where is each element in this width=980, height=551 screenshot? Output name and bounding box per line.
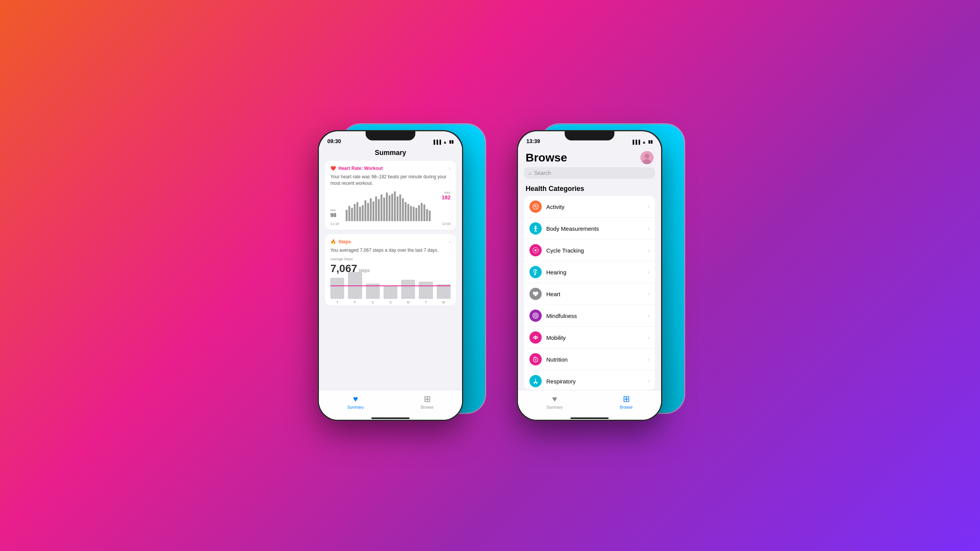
search-bar[interactable]: ⌕ Search	[524, 167, 655, 179]
hearing-icon-svg	[532, 269, 539, 276]
summary-scroll[interactable]: ❤️ Heart Rate: Workout › Your heart rate…	[319, 161, 462, 390]
svg-point-15	[535, 359, 537, 361]
right-browse-tab-label: Browse	[620, 405, 632, 409]
user-avatar[interactable]	[640, 151, 653, 164]
mindfulness-icon-svg	[532, 312, 539, 319]
summary-screen: Summary ❤️ Heart Rate: Workout ›	[319, 146, 462, 420]
body-chevron: ›	[648, 225, 650, 231]
right-signal-icon: ▐▐▐	[631, 140, 640, 144]
category-item-cycle-tracking[interactable]: Cycle Tracking ›	[524, 240, 655, 261]
respiratory-chevron: ›	[648, 378, 650, 384]
heart-icon: ❤️	[330, 166, 336, 171]
right-home-bar	[570, 417, 609, 419]
respiratory-icon-svg	[532, 378, 539, 385]
tab-summary[interactable]: ♥ Summary	[347, 394, 364, 409]
category-item-heart[interactable]: Heart ›	[524, 283, 655, 305]
right-phone-wrapper: 13:39 ▐▐▐ ▲ ▮▮ Browse	[517, 130, 662, 421]
mindfulness-icon	[529, 310, 542, 322]
heart-rate-title: ❤️ Heart Rate: Workout	[330, 166, 383, 171]
respiratory-icon	[529, 375, 542, 387]
hr-bar	[370, 198, 372, 221]
nutrition-chevron: ›	[648, 356, 650, 362]
right-phone-shell: 13:39 ▐▐▐ ▲ ▮▮ Browse	[517, 130, 662, 421]
category-item-mindfulness[interactable]: Mindfulness ›	[524, 305, 655, 327]
phones-container: 09:30 ▐▐▐ ▲ ▮▮ Summary	[318, 130, 662, 421]
activity-icon-svg	[532, 203, 539, 210]
hr-bar	[386, 192, 388, 221]
heart-rate-card[interactable]: ❤️ Heart Rate: Workout › Your heart rate…	[325, 161, 456, 230]
search-placeholder: Search	[534, 170, 551, 176]
hr-bar	[372, 201, 374, 221]
category-item-nutrition[interactable]: Nutrition ›	[524, 349, 655, 370]
steps-avg-label: Average Steps	[330, 257, 451, 261]
hr-bar	[421, 203, 423, 221]
mobility-label: Mobility	[546, 334, 643, 341]
step-bar	[401, 280, 415, 299]
hr-bar	[415, 208, 417, 221]
search-icon: ⌕	[529, 170, 532, 176]
hr-bar	[359, 207, 361, 221]
step-bar	[419, 282, 433, 299]
left-home-indicator	[319, 417, 462, 420]
heart-rate-time-labels: 11:18 12:03	[330, 222, 451, 226]
right-phone-inner: 13:39 ▐▐▐ ▲ ▮▮ Browse	[518, 131, 661, 420]
tab-browse[interactable]: ⊞ Browse	[421, 394, 433, 409]
step-bar	[384, 285, 397, 299]
heart-rate-card-header: ❤️ Heart Rate: Workout ›	[330, 165, 451, 171]
left-signal-icon: ▐▐▐	[432, 140, 441, 144]
browse-header: Browse	[518, 146, 661, 167]
body-measurements-icon	[529, 222, 542, 235]
day-label-T: T	[330, 300, 344, 304]
hr-bar	[399, 194, 401, 221]
hr-bar	[381, 194, 382, 221]
hr-bar	[348, 206, 350, 221]
steps-chevron: ›	[449, 239, 451, 245]
right-home-indicator	[518, 417, 661, 420]
heart-chevron: ›	[648, 291, 650, 297]
nutrition-icon-svg	[532, 356, 539, 363]
steps-bars-container	[330, 278, 451, 299]
hr-bar	[378, 199, 380, 221]
heart-icon-svg	[532, 290, 539, 297]
heart-label: Heart	[546, 291, 643, 297]
category-item-respiratory[interactable]: Respiratory ›	[524, 370, 655, 390]
cycle-tracking-label: Cycle Tracking	[546, 247, 643, 254]
svg-line-8	[536, 230, 537, 231]
right-tab-browse[interactable]: ⊞ Browse	[620, 394, 632, 409]
steps-card[interactable]: 🔥 Steps › You averaged 7,067 steps a day…	[325, 234, 456, 306]
nutrition-icon	[529, 353, 542, 365]
hr-bar	[394, 191, 396, 221]
right-battery-icon: ▮▮	[648, 139, 653, 144]
svg-point-1	[645, 154, 649, 158]
left-tab-bar: ♥ Summary ⊞ Browse	[319, 390, 462, 417]
day-label-W: W	[437, 300, 451, 304]
left-phone-inner: 09:30 ▐▐▐ ▲ ▮▮ Summary	[319, 131, 462, 420]
respiratory-label: Respiratory	[546, 378, 643, 385]
hr-bar	[367, 203, 369, 221]
heart-rate-chevron: ›	[449, 165, 451, 171]
left-phone-wrapper: 09:30 ▐▐▐ ▲ ▮▮ Summary	[318, 130, 463, 421]
nutrition-label: Nutrition	[546, 356, 643, 363]
mindfulness-chevron: ›	[648, 313, 650, 319]
left-wifi-icon: ▲	[443, 140, 447, 144]
day-label-M: M	[401, 300, 415, 304]
category-item-mobility[interactable]: Mobility ›	[524, 327, 655, 349]
category-item-activity[interactable]: Activity ›	[524, 196, 655, 218]
day-label-T2: T	[419, 300, 433, 304]
browse-tab-icon: ⊞	[424, 394, 431, 404]
heart-icon	[529, 288, 542, 300]
category-item-body-measurements[interactable]: Body Measurements ›	[524, 218, 655, 240]
hr-bar	[402, 198, 404, 221]
heart-rate-chart: MAX 182	[330, 191, 451, 225]
hr-bar	[346, 210, 348, 221]
right-tab-summary[interactable]: ♥ Summary	[546, 394, 563, 409]
hr-bar	[351, 208, 353, 221]
steps-title: 🔥 Steps	[330, 239, 351, 245]
cycle-tracking-icon	[529, 244, 542, 256]
hr-bar	[375, 196, 377, 221]
browse-screen: Browse ⌕ Search	[518, 146, 661, 420]
summary-header-title: Summary	[319, 146, 462, 161]
svg-point-10	[535, 249, 537, 251]
category-item-hearing[interactable]: Hearing ›	[524, 261, 655, 283]
hr-bar	[354, 204, 356, 221]
